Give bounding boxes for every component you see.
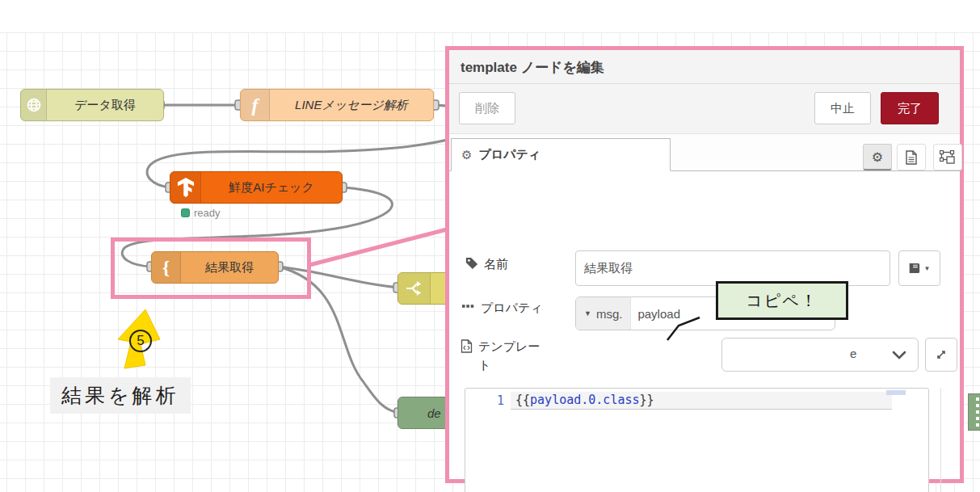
label-text: プロパティ [481, 301, 543, 316]
syntax-select-text: e [850, 347, 856, 360]
highlight-rect [111, 238, 311, 299]
description-button[interactable] [897, 144, 926, 170]
flow-note: 結果を解析 [50, 377, 191, 414]
caret-down-icon: ▼ [584, 309, 591, 317]
code-identifier: payload.0.class [530, 393, 639, 407]
node-edge-clipped[interactable] [968, 393, 980, 431]
copy-paste-note: コピペ！ [716, 281, 848, 320]
done-button[interactable]: 完了 [881, 92, 939, 124]
properties-view-button[interactable]: ⚙ [863, 144, 892, 170]
delete-button[interactable]: 削除 [459, 92, 515, 124]
chevron-down-icon [892, 351, 906, 360]
status-text: ready [194, 207, 221, 219]
status-dot-icon [181, 208, 190, 217]
caret-down-icon: ▼ [924, 265, 931, 272]
switch-icon [398, 273, 431, 304]
tag-icon [465, 257, 478, 270]
prefix-text: msg. [596, 307, 623, 321]
tensorflow-icon [170, 172, 201, 203]
property-value[interactable]: payload [631, 297, 687, 330]
gear-icon: ⚙ [461, 148, 472, 162]
divider [940, 388, 941, 492]
edit-template-dialog: template ノードを編集 削除 中止 完了 ⚙ プロパティ ⚙ [445, 46, 964, 483]
edge-node-icon [976, 397, 979, 428]
code-open-brace: {{ [515, 393, 530, 407]
gear-icon: ⚙ [872, 149, 883, 165]
node-function[interactable]: f LINEメッセージ解析 [240, 89, 434, 121]
divider [449, 83, 960, 84]
node-label: データ取得 [47, 98, 163, 113]
dialog-title: template ノードを編集 [461, 58, 604, 77]
editor-code-line[interactable]: {{payload.0.class}} [515, 393, 654, 407]
appearance-button[interactable] [933, 144, 962, 170]
tab-properties[interactable]: ⚙ プロパティ [451, 138, 671, 171]
function-icon: f [241, 90, 270, 120]
tab-label: プロパティ [478, 147, 540, 162]
expand-editor-button[interactable] [925, 338, 957, 372]
book-icon [909, 262, 921, 275]
editor-hint-marker [886, 390, 906, 395]
tab-bar: ⚙ プロパティ ⚙ [449, 134, 960, 171]
dialog-header: template ノードを編集 削除 中止 完了 [449, 50, 960, 134]
syntax-select[interactable]: e [721, 338, 919, 372]
property-field-label: プロパティ [462, 301, 543, 316]
cancel-button[interactable]: 中止 [814, 92, 871, 124]
expand-icon [935, 348, 948, 361]
editor-line-number: 1 [480, 393, 504, 408]
step-number-badge: 5 [129, 330, 152, 352]
label-text: テンプレート [478, 338, 546, 374]
step-number: 5 [137, 333, 144, 349]
code-close-brace: }} [640, 393, 654, 407]
template-field-label: テンプレート [461, 338, 551, 374]
node-status: ready [181, 207, 221, 219]
library-button[interactable]: ▼ [898, 250, 940, 286]
file-code-icon [461, 339, 473, 353]
template-code-editor[interactable]: 1 {{payload.0.class}} [465, 388, 929, 492]
ellipsis-icon [462, 301, 475, 312]
node-http-request[interactable]: データ取得 [20, 89, 164, 121]
dialog-form: 名前 ▼ プロパティ ▼ msg. [449, 171, 960, 477]
node-label: 鮮度AIチェック [201, 180, 342, 196]
document-icon [905, 150, 918, 165]
name-field-label: 名前 [465, 257, 508, 272]
node-label: LINEメッセージ解析 [270, 98, 433, 113]
selection-icon [940, 150, 956, 165]
node-red-editor: データ取得 f LINEメッセージ解析 鮮度AIチェック ready { 結果取… [0, 0, 980, 492]
typed-input-prefix[interactable]: ▼ msg. [576, 297, 631, 330]
globe-icon [21, 90, 47, 120]
label-text: 名前 [484, 257, 508, 272]
node-tensorflow[interactable]: 鮮度AIチェック [170, 171, 343, 204]
